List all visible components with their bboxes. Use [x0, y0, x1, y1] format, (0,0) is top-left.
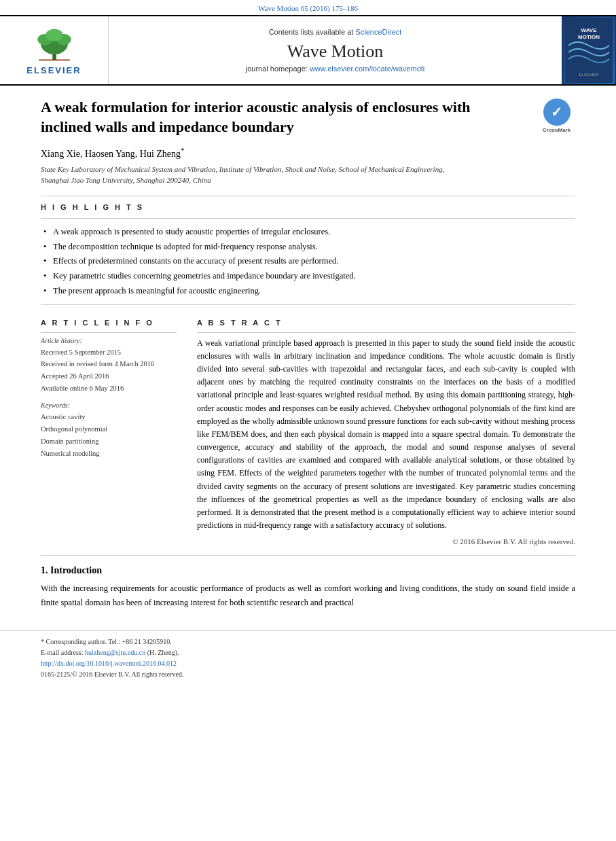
- svg-rect-0: [52, 54, 56, 60]
- sciencedirect-link[interactable]: ScienceDirect: [355, 28, 401, 36]
- keywords-label: Keywords:: [41, 401, 177, 409]
- date-received: Received 5 September 2015 Received in re…: [41, 346, 177, 395]
- highlights-heading: H I G H L I G H T S: [41, 203, 575, 211]
- elsevier-logo-section: ELSEVIER: [0, 16, 109, 84]
- doi-link[interactable]: http://dx.doi.org/10.1016/j.wavemoti.201…: [41, 660, 177, 667]
- main-content: A weak formulation for interior acoustic…: [0, 86, 616, 617]
- journal-header: ELSEVIER Contents lists available at Sci…: [0, 15, 616, 86]
- highlights-list: A weak approach is presented to study ac…: [41, 226, 575, 298]
- abstract-content: A weak variational principle based appro…: [197, 332, 575, 546]
- intro-title: Introduction: [50, 565, 102, 575]
- journal-name-section: Contents lists available at ScienceDirec…: [109, 16, 562, 84]
- svg-text:ELSEVIER: ELSEVIER: [579, 73, 599, 77]
- corresponding-author-note: * Corresponding author. Tel.: +86 21 342…: [41, 637, 575, 647]
- paper-title-block: A weak formulation for interior acoustic…: [41, 98, 575, 137]
- copyright-text: © 2016 Elsevier B.V. All rights reserved…: [197, 537, 575, 545]
- highlight-item: The present approach is meaningful for a…: [41, 285, 575, 298]
- elsevier-tree-icon: [24, 26, 85, 63]
- history-label: Article history:: [41, 337, 177, 344]
- affiliation-block: State Key Laboratory of Mechanical Syste…: [41, 164, 575, 186]
- rights-text: 0165-2125/© 2016 Elsevier B.V. All right…: [41, 669, 575, 680]
- keywords-list: Acoustic cavity Orthogonal polynomial Do…: [41, 411, 177, 459]
- journal-badge: WAVE MOTION ELSEVIER: [562, 16, 616, 84]
- article-history: Article history: Received 5 September 20…: [41, 337, 177, 395]
- volume-info: Wave Motion 65 (2016) 175–186: [258, 4, 358, 12]
- intro-text: With the increasing requirements for aco…: [41, 581, 575, 609]
- svg-text:MOTION: MOTION: [578, 34, 600, 40]
- journal-homepage: journal homepage: www.elsevier.com/locat…: [246, 65, 425, 73]
- divider-2: [41, 304, 575, 305]
- abstract-label: A B S T R A C T: [197, 319, 575, 327]
- intro-section-number: 1.: [41, 565, 48, 575]
- wave-motion-badge: WAVE MOTION ELSEVIER: [564, 16, 615, 84]
- wave-badge-graphic: WAVE MOTION ELSEVIER: [565, 18, 613, 83]
- page: Wave Motion 65 (2016) 175–186 ELSEVIER C…: [0, 0, 616, 841]
- journal-volume-link[interactable]: Wave Motion 65 (2016) 175–186: [0, 0, 616, 15]
- crossmark-label: CrossMark: [543, 127, 570, 134]
- keywords-section: Keywords: Acoustic cavity Orthogonal pol…: [41, 401, 177, 459]
- article-info-box: Article history: Received 5 September 20…: [41, 332, 177, 460]
- abstract-column: A B S T R A C T A weak variational princ…: [197, 312, 575, 546]
- authors-line: Xiang Xie, Haosen Yang, Hui Zheng*: [41, 146, 575, 160]
- article-info-label: A R T I C L E I N F O: [41, 319, 177, 327]
- intro-heading: 1. Introduction: [41, 565, 575, 576]
- divider-1: [41, 196, 575, 196]
- journal-homepage-link[interactable]: www.elsevier.com/locate/wavemoti: [310, 65, 424, 73]
- highlight-item: Effects of predetermined constants on th…: [41, 255, 575, 268]
- doi-note: http://dx.doi.org/10.1016/j.wavemoti.201…: [41, 658, 575, 669]
- contents-available-text: Contents lists available at ScienceDirec…: [269, 28, 402, 36]
- svg-point-4: [46, 29, 63, 41]
- abstract-text: A weak variational principle based appro…: [197, 337, 575, 533]
- footer: * Corresponding author. Tel.: +86 21 342…: [0, 630, 616, 684]
- divider-intro: [41, 555, 575, 556]
- elsevier-brand-text: ELSEVIER: [26, 65, 81, 75]
- email-link[interactable]: huizheng@sjtu.edu.cn: [85, 649, 145, 656]
- crossmark-badge: ✓ CrossMark: [538, 98, 575, 135]
- highlight-item: A weak approach is presented to study ac…: [41, 226, 575, 238]
- highlight-item: Key parametric studies concerning geomet…: [41, 270, 575, 283]
- introduction-section: 1. Introduction With the increasing requ…: [41, 565, 575, 609]
- highlight-item: The decomposition technique is adopted f…: [41, 240, 575, 253]
- svg-text:WAVE: WAVE: [581, 27, 598, 33]
- paper-title-text: A weak formulation for interior acoustic…: [41, 99, 470, 135]
- article-info-abstract-section: A R T I C L E I N F O Article history: R…: [41, 312, 575, 546]
- journal-title: Wave Motion: [287, 41, 384, 62]
- email-note: E-mail address: huizheng@sjtu.edu.cn (H.…: [41, 647, 575, 658]
- corresponding-author-mark: *: [181, 146, 185, 154]
- article-info-column: A R T I C L E I N F O Article history: R…: [41, 312, 177, 546]
- crossmark-icon: ✓: [543, 99, 570, 126]
- divider-highlights: [41, 218, 575, 219]
